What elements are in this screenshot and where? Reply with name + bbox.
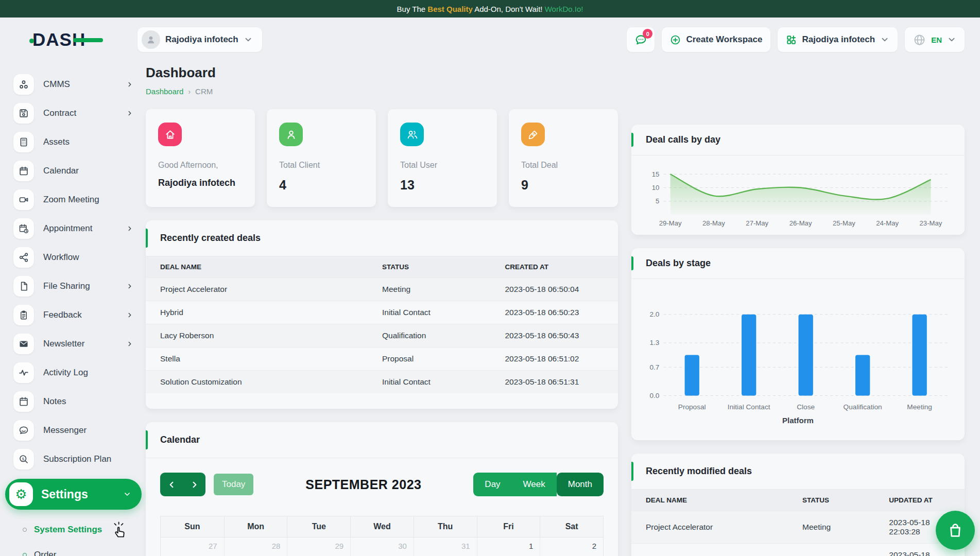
gear-icon: ⚙ [9, 482, 33, 506]
deal-status-cell: Initial Contact [368, 371, 490, 394]
messages-button[interactable]: 0 [627, 27, 655, 52]
recently-modified-deals-table: DEAL NAMESTATUSUPDATED AT Project Accele… [631, 490, 965, 556]
calendar-next-button[interactable] [183, 473, 205, 496]
svg-text:Meeting: Meeting [907, 403, 932, 410]
calendar-day-cell[interactable]: 31 [414, 537, 477, 556]
breadcrumb-current: CRM [195, 87, 213, 96]
deal-name-cell: Hybrid [631, 544, 788, 556]
svg-text:23-May: 23-May [920, 219, 942, 227]
sidebar-item[interactable]: Contract [13, 99, 133, 128]
sidebar-item[interactable]: Zoom Meeting [13, 185, 133, 214]
sidebar-item[interactable]: Assets [13, 128, 133, 157]
settings-label: Settings [41, 488, 115, 501]
company-menu[interactable]: Rajodiya infotech [778, 27, 898, 52]
sidebar-item[interactable]: $ Subscription Plan [13, 445, 133, 474]
deal-time-cell: 2023-05-18 06:50:23 [490, 301, 618, 324]
deals-by-stage-panel: Deals by stage 0.00.71.32.0ProposalIniti… [631, 248, 965, 441]
calendar-view-button[interactable]: Day [473, 473, 511, 496]
calendar-weekday-header: Wed [350, 516, 414, 537]
nodes-icon [13, 74, 34, 95]
deal-row: Project Accelerator Meeting 2023-05-18 0… [146, 278, 618, 301]
calendar-weekday-header: Sun [161, 516, 224, 537]
stat-value: 13 [400, 178, 485, 193]
floppy-icon [13, 103, 34, 124]
breadcrumb-home-link[interactable]: Dashboard [146, 87, 183, 96]
sidebar-item[interactable]: Workflow [13, 243, 133, 272]
svg-text:$: $ [22, 457, 25, 461]
calendar-toolbar: Today SEPTEMBER 2023 Day Week Month [146, 458, 618, 496]
calendar-day-cell[interactable]: 2 [540, 537, 603, 556]
recently-created-deals-table: DEAL NAMESTATUSCREATED AT Project Accele… [146, 256, 618, 393]
svg-text:Close: Close [797, 403, 815, 410]
calendar-day-cell[interactable]: 27 [161, 537, 224, 556]
calendar-day-cell[interactable]: 28 [224, 537, 287, 556]
calendar-day-cell[interactable]: 30 [350, 537, 414, 556]
deal-status-cell: Meeting [788, 511, 874, 544]
area-chart-svg: 5101529-May28-May27-May26-May25-May24-Ma… [642, 162, 954, 230]
calendar-weekday-header: Sat [540, 516, 603, 537]
calendar-day-cell[interactable]: 1 [477, 537, 540, 556]
bullet-dot [23, 553, 27, 556]
stat-label: Total Client [279, 161, 364, 170]
logo-accent-bar [73, 38, 103, 42]
workspace-selector[interactable]: Rajodiya infotech [137, 27, 262, 52]
sidebar-item-label: Zoom Meeting [43, 195, 133, 205]
sidebar-item[interactable]: Feedback [13, 301, 133, 329]
deal-time-cell: 2023-05-18 06:51:31 [490, 371, 618, 394]
dash-logo[interactable]: DASH [32, 29, 85, 50]
calendar-weekday-header: Thu [414, 516, 477, 537]
sidebar-item[interactable]: Notes [13, 387, 133, 416]
deal-calls-by-day-panel: Deal calls by day 5101529-May28-May27-Ma… [631, 125, 965, 235]
promo-link[interactable]: WorkDo.Io! [545, 5, 583, 13]
deal-time-cell: 2023-05-18 06:51:02 [490, 348, 618, 371]
sidebar-item-settings[interactable]: ⚙ Settings [5, 479, 142, 510]
svg-text:1.3: 1.3 [649, 339, 659, 346]
sidebar-subitem[interactable]: Order [23, 550, 133, 556]
calendar-day-cell[interactable]: 29 [287, 537, 350, 556]
sidebar-subitem[interactable]: System Settings [23, 521, 133, 538]
users-icon [400, 123, 424, 146]
deal-status-cell: Qualification [368, 324, 490, 348]
search-icon: $ [13, 449, 34, 470]
calendar-panel: Calendar Today SEPTEMBER 2023 Day Week [146, 422, 618, 556]
deal-time-cell: 2023-05-18 06:50:43 [490, 324, 618, 348]
top-header: DASH Rajodiya infotech 0 Create Workspac… [0, 18, 980, 62]
promo-text-suffix: Add-On, Don't Wait! [473, 5, 545, 13]
sidebar-item-label: Notes [43, 396, 133, 407]
stat-label: Total Deal [521, 161, 606, 170]
language-selector[interactable]: EN [905, 27, 965, 52]
chevron-right-icon [126, 340, 133, 348]
stat-value: Rajodiya infotech [158, 178, 243, 188]
sidebar-subitem-label: System Settings [34, 525, 102, 535]
sidebar-item[interactable]: Messenger [13, 416, 133, 445]
sidebar-item[interactable]: Activity Log [13, 358, 133, 387]
shop-floating-button[interactable] [936, 511, 975, 550]
create-workspace-button[interactable]: Create Workspace [662, 27, 770, 52]
deal-row: Hybrid Initial Contact 2023-05-18 06:58:… [631, 544, 965, 556]
deal-row: Project Accelerator Meeting 2023-05-18 2… [631, 511, 965, 544]
svg-text:Proposal: Proposal [678, 403, 706, 410]
stat-value: 4 [279, 178, 364, 193]
stat-card: Total Deal 9 [509, 109, 618, 207]
sidebar-item[interactable]: Newsletter [13, 329, 133, 358]
calendar-view-button[interactable]: Week [512, 473, 557, 496]
chat-bubble-icon [13, 420, 34, 441]
sidebar-item-label: Assets [43, 137, 133, 147]
sidebar-subitem-label: Order [34, 550, 56, 556]
bullet-dot [23, 528, 27, 532]
sidebar-item[interactable]: Calendar [13, 157, 133, 185]
recently-modified-deals-panel: Recently modified deals DEAL NAMESTATUSU… [631, 454, 965, 556]
calendar-today-button[interactable]: Today [214, 474, 253, 495]
calendar-prev-button[interactable] [160, 473, 183, 496]
sidebar-item[interactable]: CMMS [13, 70, 133, 99]
create-workspace-label: Create Workspace [686, 34, 762, 45]
sidebar-item[interactable]: File Sharing [13, 272, 133, 301]
user-icon [279, 123, 303, 146]
messages-badge: 0 [643, 29, 652, 39]
shopping-bag-icon [947, 522, 964, 538]
deal-name-cell: Project Accelerator [631, 511, 788, 544]
stat-card: Total Client 4 [267, 109, 376, 207]
deal-name-cell: Stella [146, 348, 368, 371]
sidebar-item[interactable]: Appointment [13, 214, 133, 243]
calendar-view-button[interactable]: Month [557, 473, 604, 496]
